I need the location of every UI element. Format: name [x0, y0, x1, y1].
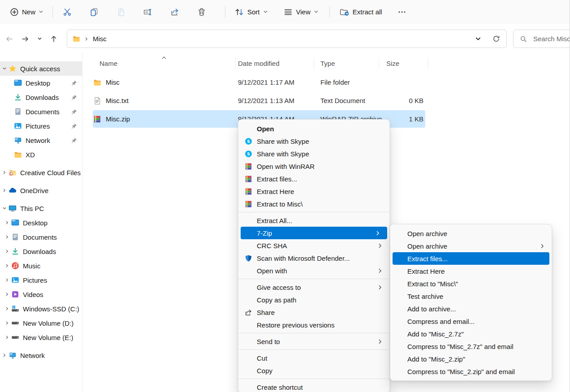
sidebar-item-new-volume-e[interactable]: New Volume (E:): [0, 330, 82, 345]
sidebar-item-desktop[interactable]: Desktop: [0, 215, 82, 230]
sidebar-item-network[interactable]: Network: [0, 348, 82, 362]
context-menu-item-7-zip[interactable]: 7-Zip: [241, 227, 387, 239]
file-size: 0 KB: [379, 91, 423, 110]
sidebar-item-creative-cloud-files[interactable]: Creative Cloud Files: [0, 165, 82, 180]
sidebar-item-label: New Volume (D:): [23, 319, 82, 327]
forward-button[interactable]: [18, 32, 32, 46]
share-button[interactable]: [166, 4, 184, 20]
context-menu-item-crc-sha[interactable]: CRC SHA: [238, 239, 389, 252]
context-menu-item-share-with-skype[interactable]: SShare with Skype: [238, 147, 389, 160]
submenu-item-extract-to-misc[interactable]: Extract to "Misc\": [390, 277, 552, 290]
file-row-misc-txt[interactable]: Misc.txt9/12/2021 1:13 AMText Document0 …: [82, 91, 570, 110]
more-options-button[interactable]: [393, 4, 411, 20]
submenu-item-extract-files[interactable]: Extract files...: [393, 252, 549, 265]
recent-locations-button[interactable]: [34, 32, 45, 46]
submenu-item-compress-and-email[interactable]: Compress and email...: [390, 315, 552, 327]
sidebar-item-label: OneDrive: [20, 187, 82, 194]
submenu-item-compress-to-misc-2-zip-and-email[interactable]: Compress to "Misc_2.zip" and email: [390, 365, 552, 378]
context-menu-item-cut[interactable]: Cut: [238, 352, 389, 364]
seven-zip-submenu: Open archiveOpen archiveExtract files...…: [390, 224, 552, 381]
sidebar-item-downloads[interactable]: Downloads: [0, 90, 82, 104]
context-menu-item-open-with-winrar[interactable]: Open with WinRAR: [238, 160, 389, 172]
context-menu-item-restore-previous-versions[interactable]: Restore previous versions: [238, 319, 389, 331]
column-header-type[interactable]: Type: [320, 54, 335, 73]
chevron-right-icon: [1, 187, 8, 194]
new-label: New: [22, 8, 35, 16]
context-menu-item-extract-to-misc[interactable]: Extract to Misc\: [238, 198, 389, 210]
breadcrumb[interactable]: Misc: [93, 35, 471, 43]
search-input[interactable]: [532, 34, 570, 43]
context-menu-item-open-with[interactable]: Open with: [238, 264, 389, 277]
sidebar-item-documents[interactable]: Documents: [0, 104, 82, 119]
skype-icon: S: [244, 137, 253, 146]
network-icon: [8, 351, 17, 360]
context-menu-item-open[interactable]: Open: [238, 122, 389, 135]
context-menu-item-extract-files[interactable]: Extract files...: [238, 172, 389, 185]
submenu-item-open-archive[interactable]: Open archive: [390, 240, 552, 252]
context-menu-item-share[interactable]: Share: [238, 306, 389, 319]
column-header-size[interactable]: Size: [386, 54, 399, 73]
drive-icon: [11, 319, 20, 327]
view-button[interactable]: View: [279, 4, 323, 20]
sidebar-item-downloads[interactable]: Downloads: [0, 244, 82, 258]
submenu-item-open-archive[interactable]: Open archive: [390, 227, 552, 240]
sidebar-item-quick-access[interactable]: Quick access: [0, 61, 82, 76]
sidebar-item-network[interactable]: Network: [0, 133, 82, 147]
file-row-misc[interactable]: Misc9/12/2021 1:17 AMFile folder: [82, 73, 570, 91]
arrow-right-icon: [21, 35, 29, 43]
extract-all-button[interactable]: Extract all: [335, 4, 387, 20]
column-header-name[interactable]: Name: [99, 54, 117, 73]
context-menu-item-copy[interactable]: Copy: [238, 364, 389, 377]
sidebar-item-documents[interactable]: Documents: [0, 230, 82, 244]
downloads-icon: [13, 93, 22, 102]
address-dropdown-button[interactable]: [471, 32, 485, 46]
context-menu-item-create-shortcut[interactable]: Create shortcut: [238, 381, 389, 392]
up-button[interactable]: [47, 32, 60, 46]
refresh-icon: [492, 35, 500, 43]
folder-icon: [93, 78, 101, 86]
submenu-item-add-to-misc-2-7z[interactable]: Add to "Misc_2.7z": [390, 327, 552, 340]
chevron-right-icon: [4, 248, 11, 255]
submenu-item-add-to-misc-2-zip[interactable]: Add to "Misc_2.zip": [390, 353, 552, 365]
sort-button[interactable]: Sort: [230, 4, 272, 20]
submenu-item-compress-to-misc-2-7z-and-email[interactable]: Compress to "Misc_2.7z" and email: [390, 340, 552, 353]
column-header-date-modified[interactable]: Date modified: [238, 54, 280, 73]
new-button[interactable]: New: [5, 4, 48, 20]
submenu-item-add-to-archive[interactable]: Add to archive...: [390, 302, 552, 315]
sidebar-item-label: Windows-SSD (C:): [23, 305, 82, 313]
cut-button[interactable]: [58, 4, 76, 20]
context-menu-item-give-access-to[interactable]: Give access to: [238, 281, 389, 293]
sidebar-item-onedrive[interactable]: OneDrive: [0, 183, 82, 198]
sidebar-item-windows-ssd-c[interactable]: Windows-SSD (C:): [0, 302, 82, 316]
sidebar-item-xd[interactable]: XD: [0, 147, 82, 162]
submenu-item-test-archive[interactable]: Test archive: [390, 290, 552, 302]
videos-icon: [11, 290, 20, 299]
context-menu-item-scan-with-microsoft-defender[interactable]: Scan with Microsoft Defender...: [238, 252, 389, 264]
chev-down-icon: [37, 36, 42, 41]
rename-button[interactable]: [139, 4, 157, 20]
sidebar-item-music[interactable]: Music: [0, 258, 82, 273]
submenu-arrow-icon: [377, 268, 383, 274]
desktop-icon: [13, 78, 22, 87]
context-menu-item-copy-as-path[interactable]: Copy as path: [238, 293, 389, 306]
chevron-down-icon: [39, 9, 43, 14]
sidebar-item-new-volume-d[interactable]: New Volume (D:): [0, 316, 82, 330]
chevron-right-icon: [4, 319, 11, 327]
sidebar-item-this-pc[interactable]: This PC: [0, 201, 82, 215]
context-menu-item-extract-all[interactable]: Extract All...: [238, 214, 389, 227]
sidebar-item-videos[interactable]: Videos: [0, 287, 82, 302]
context-menu-item-extract-here[interactable]: Extract Here: [238, 185, 389, 198]
context-menu-item-send-to[interactable]: Send to: [238, 335, 389, 348]
sidebar-item-pictures[interactable]: Pictures: [0, 273, 82, 287]
sidebar-item-desktop[interactable]: Desktop: [0, 76, 82, 90]
copy-button[interactable]: [85, 4, 103, 20]
delete-button[interactable]: [193, 4, 211, 20]
address-bar[interactable]: Misc: [67, 30, 507, 48]
sidebar-item-pictures[interactable]: Pictures: [0, 119, 82, 133]
context-menu-item-share-with-skype[interactable]: SShare with Skype: [238, 135, 389, 147]
refresh-button[interactable]: [489, 32, 503, 46]
search-box[interactable]: [513, 30, 570, 48]
defender-icon: [244, 254, 253, 263]
submenu-item-extract-here[interactable]: Extract Here: [390, 265, 552, 277]
sidebar-item-label: Music: [23, 262, 82, 270]
